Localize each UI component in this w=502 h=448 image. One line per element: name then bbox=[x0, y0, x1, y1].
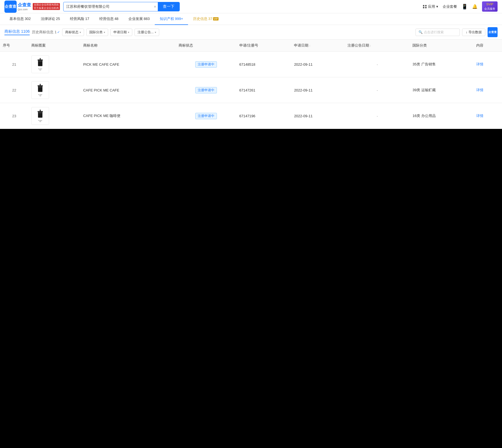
table-row: 23 Pick ME® Café CAFE PICK ME 咖啡便 bbox=[0, 103, 502, 129]
export-icon: ↓ bbox=[466, 30, 467, 34]
tab-ip[interactable]: 知识产权 999+ bbox=[155, 13, 188, 25]
table-row: 22 Pick ME® Café CAFE PICK ME CAFE bbox=[0, 77, 502, 103]
tab-risk[interactable]: 经营风险 17 bbox=[65, 13, 94, 25]
filter-status-arrow-icon: ▾ bbox=[80, 31, 81, 34]
apps-arrow-icon: ▾ bbox=[436, 4, 438, 9]
cell-status-23: 注册申请中 bbox=[176, 103, 237, 129]
nav-tabs: 基本信息 302 法律诉讼 25 经营风险 17 经营信息 48 企业发展 88… bbox=[0, 13, 502, 25]
tab-operation-label: 经营信息 bbox=[99, 16, 114, 21]
col-name: 商标名称 bbox=[80, 40, 176, 52]
tab-history-count: 37 bbox=[208, 17, 212, 21]
trademark-image-23: Pick ME® Café bbox=[31, 107, 49, 125]
cell-img-23: Pick ME® Café bbox=[29, 103, 80, 129]
col-img: 商标图案 bbox=[29, 40, 80, 52]
cell-detail-22[interactable]: 详情 bbox=[473, 77, 502, 103]
trademark-image-22: Pick ME® Café bbox=[31, 81, 49, 99]
header-right: 应用 ▾ 企业套餐 📱 🔔 SVIP会员服务 bbox=[423, 1, 498, 12]
filter-status-button[interactable]: 商标状态 ▾ bbox=[62, 29, 84, 36]
tab-ip-label: 知识产权 bbox=[160, 16, 174, 21]
cell-name-22: CAFE PICK ME CAFE bbox=[80, 77, 176, 103]
cell-name-23: CAFE PICK ME 咖啡便 bbox=[80, 103, 176, 129]
col-content: 内容 bbox=[473, 40, 502, 52]
tab-operation[interactable]: 经营信息 48 bbox=[94, 13, 123, 25]
cell-detail-21[interactable]: 详情 bbox=[473, 52, 502, 77]
svg-text:Café: Café bbox=[39, 70, 41, 71]
qcc-logo-small-text: 企查查 bbox=[488, 30, 497, 34]
cell-appdate-22: 2022-09-11 bbox=[291, 77, 345, 103]
tab-basic-info-count: 302 bbox=[25, 17, 31, 21]
cell-regdate-21: - bbox=[345, 52, 410, 77]
table-row: 21 Pick ME® Café bbox=[0, 52, 502, 77]
filter-reg-label: 注册公告... bbox=[138, 30, 154, 35]
detail-link-21[interactable]: 详情 bbox=[476, 62, 483, 66]
sub-search-box[interactable]: 🔍 点击进行搜索 bbox=[415, 29, 460, 36]
logo-area: 企查查 企查查 Qcc.com 全国企业信用查询系统官方备案企业征信机构 bbox=[4, 1, 60, 13]
cell-appdate-23: 2022-09-11 bbox=[291, 103, 345, 129]
svip-button[interactable]: SVIP会员服务 bbox=[482, 1, 498, 12]
trademark-image-21: Pick ME® Café bbox=[31, 55, 49, 73]
svg-rect-1 bbox=[38, 61, 42, 62]
svg-rect-15 bbox=[40, 110, 40, 112]
black-area bbox=[0, 129, 502, 448]
detail-link-22[interactable]: 详情 bbox=[476, 88, 483, 92]
tab-legal[interactable]: 法律诉讼 25 bbox=[36, 13, 65, 25]
detail-link-23[interactable]: 详情 bbox=[476, 114, 483, 118]
bell-icon[interactable]: 🔔 bbox=[472, 4, 478, 9]
qcc-logo-small: 企查查 bbox=[488, 27, 498, 37]
apps-menu[interactable]: 应用 ▾ bbox=[423, 4, 438, 9]
tab-operation-count: 48 bbox=[115, 17, 118, 21]
trademark-svg-22: Pick ME® Café bbox=[34, 83, 47, 97]
tab-development-count: 883 bbox=[144, 17, 150, 21]
tab-basic-info[interactable]: 基本信息 302 bbox=[4, 13, 36, 25]
svg-rect-9 bbox=[40, 84, 40, 86]
header: 企查查 企查查 Qcc.com 全国企业信用查询系统官方备案企业征信机构 × 查… bbox=[0, 0, 502, 13]
verify-icon: ✓ bbox=[57, 30, 60, 34]
search-button[interactable]: 查一下 bbox=[158, 2, 179, 11]
logo-main-text: 企查查 bbox=[18, 2, 31, 8]
tab-development[interactable]: 企业发展 883 bbox=[123, 13, 155, 25]
filter-reg-button[interactable]: 注册公告... ▾ bbox=[135, 29, 159, 36]
trademark-svg-21: Pick ME® Café bbox=[34, 58, 47, 71]
cell-status-21: 注册申请中 bbox=[176, 52, 237, 77]
tab-basic-info-label: 基本信息 bbox=[9, 16, 24, 21]
filter-status-label: 商标状态 bbox=[65, 30, 78, 35]
enterprise-suite-button[interactable]: 企业套餐 bbox=[443, 4, 457, 9]
col-status: 商标状态 bbox=[176, 40, 237, 52]
yip-badge: VIP bbox=[213, 17, 219, 21]
logo-icon-text: 企查查 bbox=[5, 4, 16, 9]
sub-search-placeholder: 点击进行搜索 bbox=[424, 30, 444, 35]
trademark-table: 序号 商标图案 商标名称 商标状态 申请/注册号 申请日期↕ 注册公告日期↕ 国… bbox=[0, 40, 502, 129]
cell-intlclass-21: 35类 广告销售 bbox=[410, 52, 473, 77]
svg-text:Café: Café bbox=[39, 121, 41, 122]
svg-rect-13 bbox=[38, 112, 42, 113]
cell-regdate-22: - bbox=[345, 77, 410, 103]
status-badge-23: 注册申请中 bbox=[195, 113, 217, 119]
trademark-svg-23: Pick ME® Café bbox=[34, 109, 47, 123]
apps-label: 应用 bbox=[428, 4, 435, 9]
search-clear-button[interactable]: × bbox=[152, 4, 158, 9]
svg-rect-7 bbox=[38, 86, 42, 87]
export-label: 导出数据 bbox=[468, 30, 482, 35]
filter-date-button[interactable]: 申请日期 ▾ bbox=[110, 29, 132, 36]
sub-tab-history-trademark[interactable]: 历史商标信息 1 ✓ bbox=[32, 30, 60, 35]
trademark-table-wrapper: 序号 商标图案 商标名称 商标状态 申请/注册号 申请日期↕ 注册公告日期↕ 国… bbox=[0, 40, 502, 129]
sub-search-icon: 🔍 bbox=[419, 30, 423, 34]
tab-history[interactable]: 历史信息 37 VIP bbox=[188, 13, 224, 25]
apps-grid-icon bbox=[423, 5, 427, 8]
svg-text:Café: Café bbox=[39, 95, 41, 96]
export-button[interactable]: ↓ 导出数据 bbox=[462, 29, 485, 36]
search-input[interactable] bbox=[64, 3, 152, 10]
filter-class-button[interactable]: 国际分类 ▾ bbox=[86, 29, 108, 36]
col-appdate: 申请日期↕ bbox=[291, 40, 345, 52]
filter-date-label: 申请日期 bbox=[113, 30, 127, 35]
cell-appno-21: 67148518 bbox=[237, 52, 291, 77]
cell-name-21: PICK ME CAFE CAFE bbox=[80, 52, 176, 77]
sub-tab-history-label: 历史商标信息 1 bbox=[32, 30, 57, 35]
phone-icon[interactable]: 📱 bbox=[462, 4, 468, 10]
table-header-row: 序号 商标图案 商标名称 商标状态 申请/注册号 申请日期↕ 注册公告日期↕ 国… bbox=[0, 40, 502, 52]
sub-nav-left: 商标信息 1106 历史商标信息 1 ✓ 商标状态 ▾ 国际分类 ▾ 申请日期 … bbox=[4, 29, 413, 36]
cell-status-22: 注册申请中 bbox=[176, 77, 237, 103]
cell-detail-23[interactable]: 详情 bbox=[473, 103, 502, 129]
filter-class-label: 国际分类 bbox=[89, 30, 103, 35]
sub-tab-trademark[interactable]: 商标信息 1106 bbox=[4, 29, 30, 35]
